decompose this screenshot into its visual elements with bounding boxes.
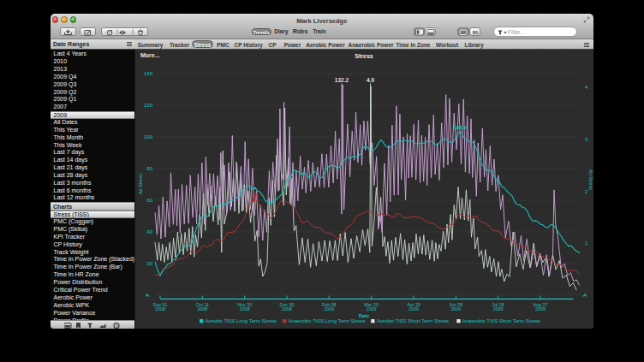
svg-text:20: 20 <box>146 261 152 266</box>
svg-text:Anaerobic TiSS Short Term Stre: Anaerobic TiSS Short Term Stress <box>462 318 540 323</box>
svg-text:More...: More... <box>140 52 160 58</box>
svg-text:2009: 2009 <box>408 306 419 312</box>
svg-text:4: 4 <box>585 85 588 90</box>
svg-text:40: 40 <box>146 229 152 234</box>
svg-text:2: 2 <box>585 189 588 194</box>
svg-text:Aerobic TiSS Long Term Stress: Aerobic TiSS Long Term Stress <box>206 318 277 323</box>
svg-text:1.8: 1.8 <box>251 193 259 198</box>
svg-text:140: 140 <box>144 71 153 76</box>
svg-text:80: 80 <box>146 166 152 171</box>
svg-text:2009: 2009 <box>493 306 504 312</box>
svg-text:2009: 2009 <box>324 306 334 312</box>
svg-text:2009: 2009 <box>450 306 461 312</box>
svg-text:2009: 2009 <box>367 306 377 312</box>
svg-text:80: 80 <box>472 30 478 35</box>
svg-text:Anaerobic TiSS Long Term Stres: Anaerobic TiSS Long Term Stress <box>289 318 366 323</box>
svg-text:100: 100 <box>144 134 153 139</box>
svg-text:Aerobic TiSS Short Term Stress: Aerobic TiSS Short Term Stress <box>377 318 449 323</box>
svg-text:Ae Stress: Ae Stress <box>138 174 143 194</box>
svg-text:2008: 2008 <box>197 306 207 312</box>
svg-text:3: 3 <box>585 137 588 142</box>
svg-text:Stress: Stress <box>355 53 373 59</box>
svg-text:2009: 2009 <box>535 306 546 312</box>
svg-text:2008: 2008 <box>155 306 165 312</box>
svg-text:60: 60 <box>146 198 152 203</box>
svg-text:Date: Date <box>359 313 369 318</box>
svg-text:2008: 2008 <box>240 306 250 312</box>
svg-text:4.0: 4.0 <box>367 77 374 83</box>
svg-text:120: 120 <box>144 103 153 108</box>
svg-text:102.3: 102.3 <box>453 125 467 130</box>
svg-text:An Stress: An Stress <box>588 169 593 190</box>
svg-text:132.2: 132.2 <box>335 77 349 83</box>
svg-text:2008: 2008 <box>282 306 292 312</box>
svg-text:1: 1 <box>585 240 588 246</box>
